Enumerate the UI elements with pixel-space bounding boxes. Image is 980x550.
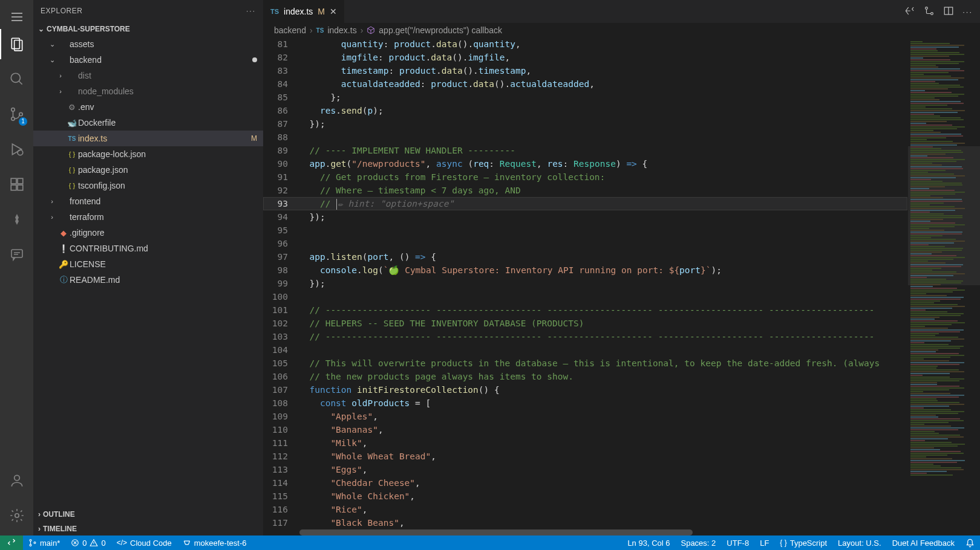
- code-line[interactable]: 95: [263, 224, 907, 237]
- code-line[interactable]: 103 // -------------------- ------------…: [263, 330, 907, 343]
- code-line[interactable]: 89 // ---- IMPLEMENT NEW HANDLER -------…: [263, 144, 907, 157]
- code-line[interactable]: 102 // HELPERS -- SEED THE INVENTORY DAT…: [263, 317, 907, 330]
- file-item[interactable]: ⓘREADME.md: [33, 272, 263, 288]
- status-cloud-code[interactable]: </>Cloud Code: [111, 535, 177, 550]
- status-eol[interactable]: LF: [754, 535, 774, 550]
- code-line[interactable]: 84 actualdateadded: product.data().actua…: [263, 77, 907, 91]
- close-icon[interactable]: ✕: [330, 7, 337, 16]
- code-line[interactable]: 101 // -------------------- ------------…: [263, 303, 907, 317]
- status-notifications-icon[interactable]: [960, 535, 980, 550]
- compare-changes-icon[interactable]: [904, 5, 915, 18]
- code-line[interactable]: 91 // Get products from Firestore – inve…: [263, 170, 907, 184]
- code-line[interactable]: 90 app.get("/newproducts", async (req: R…: [263, 157, 907, 170]
- file-item[interactable]: 🔑LICENSE: [33, 256, 263, 272]
- breadcrumbs[interactable]: backend›TSindex.ts›app.get("/newproducts…: [263, 23, 980, 37]
- status-branch[interactable]: main*: [23, 535, 65, 550]
- settings-gear-icon[interactable]: [0, 500, 33, 531]
- code-line[interactable]: 108 const oldProducts = [: [263, 396, 907, 410]
- file-item[interactable]: { }package-lock.json: [33, 146, 263, 162]
- line-number: 93: [263, 197, 296, 210]
- code-line[interactable]: 109 "Apples",: [263, 410, 907, 423]
- code-line[interactable]: 88: [263, 131, 907, 144]
- file-item[interactable]: ❕CONTRIBUTING.md: [33, 241, 263, 256]
- code-line[interactable]: 115 "Whole Chicken",: [263, 490, 907, 503]
- minimap[interactable]: [907, 37, 980, 529]
- status-k8s-context[interactable]: mokeefe-test-6: [177, 535, 252, 550]
- code-line[interactable]: 112 "Whole Wheat Bread",: [263, 450, 907, 463]
- code-line[interactable]: 86 res.send(p);: [263, 104, 907, 117]
- scm-badge: 1: [19, 117, 27, 126]
- code-line[interactable]: 104: [263, 343, 907, 357]
- folder-item[interactable]: ›terraform: [33, 209, 263, 225]
- file-item[interactable]: ◆.gitignore: [33, 225, 263, 241]
- code-line[interactable]: 113 "Eggs",: [263, 463, 907, 476]
- code-line[interactable]: 99 });: [263, 277, 907, 290]
- code-content: timestamp: product.data().timestamp,: [296, 64, 907, 77]
- code-line[interactable]: 98 console.log(`🍏 Cymbal Superstore: Inv…: [263, 264, 907, 277]
- menu-icon[interactable]: [0, 5, 33, 29]
- code-line[interactable]: 116 "Rice",: [263, 503, 907, 516]
- code-content: [296, 131, 907, 144]
- explorer-icon[interactable]: [0, 29, 33, 59]
- status-indent[interactable]: Spaces: 2: [675, 535, 721, 550]
- svg-rect-11: [11, 250, 22, 257]
- code-line[interactable]: 100: [263, 290, 907, 303]
- duet-chat-icon[interactable]: [0, 239, 33, 270]
- file-item[interactable]: 🐋Dockerfile: [33, 115, 263, 131]
- code-line[interactable]: 87 });: [263, 117, 907, 131]
- folder-item[interactable]: ›dist: [33, 68, 263, 83]
- code-line[interactable]: 105 // This will overwrite products in t…: [263, 357, 907, 370]
- folder-item[interactable]: ›node_modules: [33, 83, 263, 99]
- code-line[interactable]: 97 app.listen(port, () => {: [263, 250, 907, 264]
- code-line[interactable]: 110 "Bananas",: [263, 423, 907, 436]
- status-encoding[interactable]: UTF-8: [721, 535, 754, 550]
- status-problems[interactable]: 0 0: [65, 535, 111, 550]
- explorer-title: EXPLORER: [41, 7, 82, 15]
- accounts-icon[interactable]: [0, 465, 33, 496]
- source-control-icon[interactable]: 1: [0, 99, 33, 129]
- workspace-header[interactable]: ⌄ CYMBAL-SUPERSTORE: [33, 22, 263, 36]
- folder-item[interactable]: ⌄backend: [33, 52, 263, 68]
- code-line[interactable]: 93 // ✏︎ hint: "option+space": [263, 197, 907, 210]
- file-item[interactable]: { }tsconfig.json: [33, 178, 263, 193]
- code-line[interactable]: 94 });: [263, 210, 907, 224]
- open-changes-icon[interactable]: [924, 5, 935, 18]
- breadcrumb-segment[interactable]: backend: [274, 25, 306, 35]
- search-icon[interactable]: [0, 64, 33, 94]
- remote-indicator[interactable]: [0, 535, 23, 550]
- code-area[interactable]: 81 quantity: product.data().quantity,82 …: [263, 37, 907, 529]
- run-debug-icon[interactable]: [0, 134, 33, 164]
- code-line[interactable]: 114 "Cheddar Cheese",: [263, 476, 907, 490]
- code-line[interactable]: 111 "Milk",: [263, 436, 907, 450]
- horizontal-scrollbar[interactable]: [263, 529, 980, 535]
- breadcrumb-segment[interactable]: app.get("/newproducts") callback: [367, 25, 502, 35]
- code-line[interactable]: 82 imgfile: product.data().imgfile,: [263, 51, 907, 64]
- breadcrumb-segment[interactable]: TSindex.ts: [316, 25, 357, 35]
- code-line[interactable]: 85 };: [263, 91, 907, 104]
- status-cursor-pos[interactable]: Ln 93, Col 6: [622, 535, 675, 550]
- file-item[interactable]: TSindex.tsM: [33, 131, 263, 146]
- line-number: 96: [263, 237, 296, 250]
- code-line[interactable]: 81 quantity: product.data().quantity,: [263, 37, 907, 51]
- code-line[interactable]: 96: [263, 237, 907, 250]
- file-item[interactable]: { }package.json: [33, 162, 263, 178]
- tab-index-ts[interactable]: TS index.ts M ✕: [263, 0, 345, 23]
- cloud-code-icon[interactable]: [0, 204, 33, 235]
- outline-header[interactable]: › OUTLINE: [33, 506, 263, 521]
- status-layout[interactable]: Layout: U.S.: [832, 535, 887, 550]
- explorer-more-icon[interactable]: ···: [246, 7, 256, 15]
- timeline-header[interactable]: › TIMELINE: [33, 521, 263, 535]
- folder-item[interactable]: ⌄assets: [33, 36, 263, 52]
- editor-more-icon[interactable]: ···: [962, 7, 973, 16]
- code-line[interactable]: 92 // Where – timestamp < 7 days ago, AN…: [263, 184, 907, 197]
- code-line[interactable]: 83 timestamp: product.data().timestamp,: [263, 64, 907, 77]
- split-editor-icon[interactable]: [943, 5, 954, 18]
- status-language[interactable]: { }TypeScript: [774, 535, 832, 550]
- extensions-icon[interactable]: [0, 169, 33, 199]
- folder-item[interactable]: ›frontend: [33, 193, 263, 209]
- status-feedback[interactable]: Duet AI Feedback: [887, 535, 960, 550]
- code-line[interactable]: 106 // the new products page always has …: [263, 370, 907, 383]
- file-item[interactable]: ⚙.env: [33, 99, 263, 115]
- code-line[interactable]: 117 "Black Beans",: [263, 516, 907, 529]
- code-line[interactable]: 107 function initFirestoreCollection() {: [263, 383, 907, 396]
